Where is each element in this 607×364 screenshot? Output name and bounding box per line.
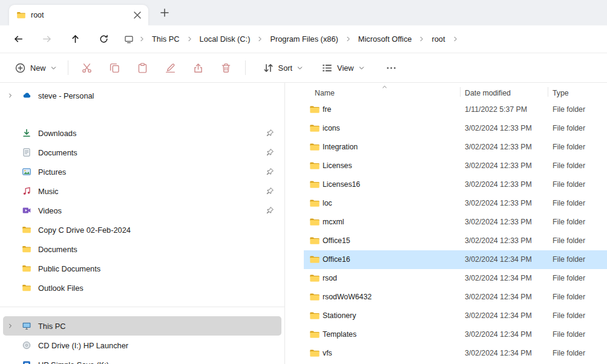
sort-button[interactable]: Sort — [257, 57, 309, 78]
paste-button[interactable] — [131, 57, 155, 79]
sidebar-item-copy-c-drive-02-feb-2024[interactable]: Copy C Drive 02-Feb-2024 — [3, 220, 281, 239]
folder-icon — [309, 104, 320, 115]
new-button[interactable]: New — [8, 57, 63, 78]
file-name: icons — [323, 124, 340, 132]
file-row-stationery[interactable]: Stationery3/02/2024 12:34 PMFile folder — [304, 307, 607, 325]
column-header-name[interactable]: Name — [315, 89, 335, 97]
rename-icon — [165, 62, 176, 74]
chevron-right-icon — [139, 36, 145, 42]
explorer-tab[interactable]: root — [9, 5, 148, 25]
back-button[interactable] — [8, 30, 28, 49]
sidebar-item-videos[interactable]: Videos — [3, 201, 281, 220]
file-explorer-window: root This PCLocal Disk (C:)Program Files… — [0, 0, 607, 364]
pane-splitter[interactable] — [284, 83, 285, 364]
share-button[interactable] — [186, 57, 211, 79]
file-row-vfs[interactable]: vfs3/02/2024 12:34 PMFile folder — [304, 344, 607, 363]
chevron-right-icon[interactable] — [186, 36, 193, 42]
file-type: File folder — [553, 218, 585, 226]
refresh-button[interactable] — [94, 30, 113, 49]
breadcrumb: This PCLocal Disk (C:)Program Files (x86… — [124, 32, 460, 46]
sidebar-item-cd-drive-i-hp-launcher[interactable]: CD Drive (I:) HP Launcher — [3, 336, 281, 355]
chevron-down-icon — [50, 65, 57, 71]
view-button[interactable]: View — [315, 57, 371, 78]
expander-spacer — [7, 285, 13, 291]
view-button-label: View — [337, 63, 354, 73]
breadcrumb-item-local-disk-c[interactable]: Local Disk (C:) — [195, 32, 255, 46]
up-button[interactable] — [65, 30, 85, 49]
chevron-right-icon[interactable] — [7, 93, 13, 99]
sidebar-item-public-documents[interactable]: Public Documents — [3, 259, 281, 278]
file-list-header: Name Date modified Type — [304, 83, 607, 100]
file-date: 3/02/2024 12:34 PM — [465, 293, 532, 301]
column-divider[interactable] — [548, 87, 548, 97]
file-row-office16[interactable]: Office163/02/2024 12:34 PMFile folder — [304, 250, 607, 269]
file-name: loc — [323, 199, 332, 207]
folder-icon — [309, 254, 320, 265]
breadcrumb-item-microsoft-office[interactable]: Microsoft Office — [353, 32, 417, 46]
column-divider[interactable] — [460, 87, 461, 97]
sort-ascending-icon — [381, 83, 389, 91]
sidebar-item-steve-personal[interactable]: steve - Personal — [3, 86, 281, 105]
paste-icon — [137, 62, 148, 74]
file-row-rsodwow6432[interactable]: rsodWoW64323/02/2024 12:34 PMFile folder — [304, 288, 607, 307]
sidebar-item-music[interactable]: Music — [3, 181, 281, 201]
chevron-right-icon[interactable] — [257, 36, 263, 42]
file-row-icons[interactable]: icons3/02/2024 12:33 PMFile folder — [304, 119, 607, 138]
sidebar-item-label: CD Drive (I:) HP Launcher — [38, 341, 128, 350]
file-date: 3/02/2024 12:34 PM — [465, 255, 532, 264]
file-row-templates[interactable]: Templates3/02/2024 12:34 PMFile folder — [304, 325, 607, 344]
sidebar-section-onedrive: steve - Personal — [0, 86, 284, 105]
sidebar-item-label: Public Documents — [38, 264, 100, 273]
more-ellipsis-icon — [386, 62, 397, 74]
sidebar-item-outlook-files[interactable]: Outlook Files — [3, 278, 281, 297]
file-type: File folder — [553, 293, 585, 301]
file-type: File folder — [553, 349, 585, 357]
file-row-fre[interactable]: fre1/11/2022 5:37 PMFile folder — [304, 100, 607, 119]
chevron-right-icon[interactable] — [418, 36, 425, 42]
rename-button[interactable] — [159, 57, 183, 79]
breadcrumb-item-this-pc[interactable]: This PC — [147, 32, 185, 46]
sidebar-item-documents[interactable]: Documents — [3, 143, 281, 162]
file-row-office15[interactable]: Office153/02/2024 12:33 PMFile folder — [304, 232, 607, 250]
chevron-right-icon[interactable] — [345, 36, 352, 42]
more-options-button[interactable] — [379, 57, 404, 79]
file-name: Licenses — [323, 161, 352, 170]
column-header-date-modified[interactable]: Date modified — [465, 89, 511, 97]
sidebar-item-label: Documents — [38, 148, 77, 157]
expander-spacer — [7, 227, 13, 233]
sidebar-item-documents[interactable]: Documents — [3, 239, 281, 259]
column-header-type[interactable]: Type — [553, 89, 569, 97]
cut-button[interactable] — [75, 57, 99, 79]
sidebar-section-quick-access: DownloadsDocumentsPicturesMusicVideosCop… — [0, 123, 284, 297]
breadcrumb-item-root[interactable]: root — [427, 32, 450, 46]
sidebar-item-hp-simple-save-k[interactable]: HP Simple Save (K:) — [3, 355, 281, 364]
sidebar-item-this-pc[interactable]: This PC — [3, 316, 281, 336]
file-date: 3/02/2024 12:33 PM — [465, 124, 532, 132]
new-tab-button[interactable] — [159, 7, 171, 19]
delete-button[interactable] — [214, 57, 238, 79]
file-type: File folder — [553, 330, 585, 339]
file-name: Templates — [323, 330, 356, 339]
share-icon — [192, 62, 204, 74]
file-row-mcxml[interactable]: mcxml3/02/2024 12:33 PMFile folder — [304, 213, 607, 232]
folder-icon — [309, 235, 320, 246]
file-row-rsod[interactable]: rsod3/02/2024 12:34 PMFile folder — [304, 269, 607, 288]
breadcrumb-item-program-files-x86[interactable]: Program Files (x86) — [265, 32, 343, 46]
navigation-bar: This PCLocal Disk (C:)Program Files (x86… — [0, 25, 607, 53]
close-icon[interactable] — [131, 9, 143, 21]
sidebar-item-label: Documents — [38, 245, 77, 254]
copy-button[interactable] — [103, 57, 127, 79]
file-type: File folder — [553, 255, 585, 264]
file-name: mcxml — [323, 218, 344, 226]
file-row-licenses[interactable]: Licenses3/02/2024 12:33 PMFile folder — [304, 157, 607, 175]
file-row-licenses16[interactable]: Licenses163/02/2024 12:33 PMFile folder — [304, 175, 607, 194]
file-row-loc[interactable]: loc3/02/2024 12:33 PMFile folder — [304, 194, 607, 213]
sidebar-item-downloads[interactable]: Downloads — [3, 123, 281, 143]
chevron-right-icon[interactable] — [7, 323, 13, 329]
sidebar-item-label: Music — [38, 187, 58, 196]
chevron-right-icon[interactable] — [452, 36, 459, 42]
sidebar-item-pictures[interactable]: Pictures — [3, 162, 281, 181]
file-type: File folder — [553, 199, 585, 207]
file-type: File folder — [553, 161, 585, 170]
file-row-integration[interactable]: Integration3/02/2024 12:33 PMFile folder — [304, 138, 607, 157]
